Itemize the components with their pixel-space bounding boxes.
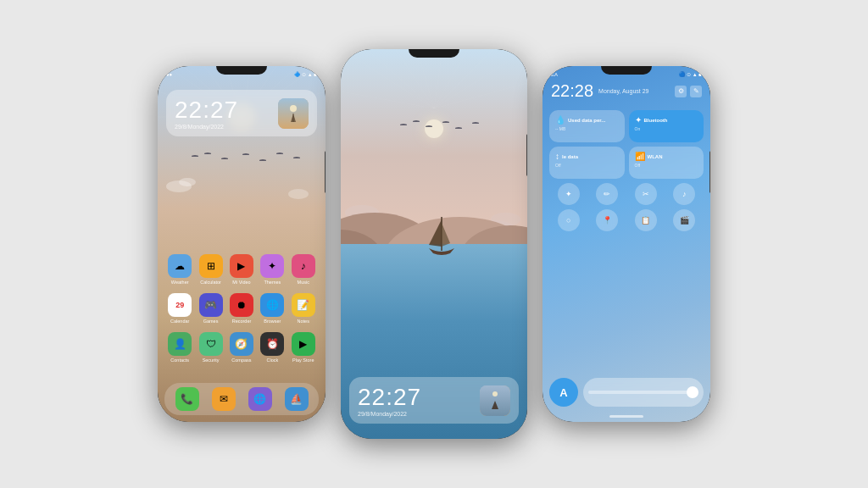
- phone-1-time: 22:27: [175, 97, 238, 124]
- status-right: 🔷 ⊙ ▲ ■: [294, 71, 317, 77]
- phone-3-screen: EA 🔵 ⊙ ▲ ■ 22:28 Monday, August 29 ⚙ ✎: [542, 66, 710, 422]
- cc-status-left: EA: [551, 72, 558, 77]
- app-mi-video[interactable]: ▶ Mi Video: [230, 254, 253, 285]
- app-clock[interactable]: ⏰ Clock: [260, 332, 284, 363]
- app-browser-icon: 🌐: [260, 293, 284, 317]
- brightness-thumb: [687, 386, 698, 398]
- cc-time-row: 22:28 Monday, August 29 ⚙ ✎: [551, 81, 702, 101]
- phone-2-date: 29/8/Monday/2022: [358, 411, 421, 417]
- phone-2-thumbnail: [480, 385, 510, 416]
- app-notes-icon: 📝: [292, 293, 315, 317]
- dock-browser[interactable]: 🌐: [248, 387, 272, 411]
- app-calendar-label: Calendar: [170, 319, 189, 324]
- app-music-label: Music: [298, 280, 309, 285]
- phone-1-screen: ●● 🔷 ⊙ ▲ ■ 22:27 29/8/Monday/2022: [158, 66, 326, 422]
- app-contacts[interactable]: 👤 Contacts: [168, 332, 192, 363]
- app-calculator[interactable]: ⊞ Calculator: [199, 254, 223, 285]
- app-games[interactable]: 🎮 Games: [199, 293, 223, 324]
- phone-1-thumbnail: [278, 98, 309, 129]
- app-compass[interactable]: 🧭 Compass: [230, 332, 253, 363]
- phone-1-status-bar: ●● 🔷 ⊙ ▲ ■: [166, 71, 317, 77]
- phone-3: EA 🔵 ⊙ ▲ ■ 22:28 Monday, August 29 ⚙ ✎: [542, 66, 710, 422]
- cc-icon-row-2: ○ 📍 📋 🎬: [549, 209, 704, 231]
- cc-btn-flashlight[interactable]: ✦: [558, 183, 580, 205]
- phone-2-background: 22:27 29/8/Monday/2022: [341, 49, 527, 439]
- cc-btn-pencil[interactable]: ✏: [596, 183, 618, 205]
- svg-line-23: [434, 49, 468, 108]
- cc-data-label: Used data per...: [568, 118, 605, 123]
- phone-1-widget[interactable]: 22:27 29/8/Monday/2022: [166, 90, 317, 136]
- cc-brightness-slider[interactable]: [583, 378, 704, 407]
- cc-tile-bluetooth[interactable]: ✦ Bluetooth On: [629, 110, 704, 142]
- cc-wlan-sub: Off: [635, 163, 698, 168]
- cc-bottom-controls: A: [549, 378, 704, 407]
- phone-2: 22:27 29/8/Monday/2022: [341, 49, 527, 439]
- cc-btn-music[interactable]: ♪: [673, 183, 695, 205]
- cc-wlan-label: WLAN: [648, 154, 663, 159]
- cc-tile-mobile-data[interactable]: ↕ le data Off: [549, 147, 625, 179]
- svg-marker-33: [429, 219, 442, 247]
- app-recorder[interactable]: ⏺ Recorder: [230, 293, 253, 324]
- cc-row-1: 💧 Used data per... -- MB ✦ Bluetooth On: [549, 110, 704, 142]
- cc-btn-copy[interactable]: 📋: [635, 209, 657, 231]
- app-contacts-icon: 👤: [168, 332, 192, 356]
- cc-mobile-label: le data: [562, 154, 578, 159]
- settings-icon[interactable]: ⚙: [675, 86, 687, 97]
- app-notes[interactable]: 📝 Notes: [292, 293, 315, 324]
- svg-line-25: [434, 49, 527, 108]
- app-calculator-label: Calculator: [200, 280, 221, 285]
- app-row-1: ☁ Weather ⊞ Calculator ▶ Mi Video ✦ Them…: [164, 254, 319, 285]
- cc-btn-scissors[interactable]: ✂: [635, 183, 657, 205]
- app-play-store[interactable]: ▶ Play Store: [292, 332, 315, 363]
- dock-messages[interactable]: ✉: [212, 387, 236, 411]
- phone-3-background: EA 🔵 ⊙ ▲ ■ 22:28 Monday, August 29 ⚙ ✎: [542, 66, 710, 422]
- data-icon: 💧: [555, 115, 565, 125]
- phone-1-background: ●● 🔷 ⊙ ▲ ■ 22:27 29/8/Monday/2022: [158, 66, 326, 422]
- wlan-icon: 📶: [635, 152, 645, 161]
- app-browser[interactable]: 🌐 Browser: [260, 293, 284, 324]
- phone-1-date: 29/8/Monday/2022: [175, 124, 238, 130]
- dock-messages-icon: ✉: [212, 387, 236, 411]
- cc-bluetooth-label: Bluetooth: [644, 118, 668, 123]
- cloud-2: [179, 178, 196, 186]
- app-calendar[interactable]: 29 Calendar: [168, 293, 192, 324]
- cc-btn-circle[interactable]: ○: [558, 209, 580, 231]
- app-play-store-label: Play Store: [292, 358, 314, 363]
- bluetooth-icon: ✦: [635, 115, 642, 125]
- cc-time: 22:28: [551, 81, 593, 101]
- cc-row-2: ↕ le data Off 📶 WLAN Off: [549, 147, 704, 179]
- app-browser-label: Browser: [264, 319, 281, 324]
- cc-data-sub: -- MB: [555, 126, 619, 131]
- cc-a-button[interactable]: A: [549, 378, 578, 407]
- svg-line-24: [434, 49, 493, 108]
- app-music[interactable]: ♪ Music: [292, 254, 315, 285]
- edit-icon[interactable]: ✎: [690, 86, 702, 97]
- cc-tile-data[interactable]: 💧 Used data per... -- MB: [549, 110, 625, 142]
- app-recorder-label: Recorder: [232, 319, 252, 324]
- cc-tile-wlan[interactable]: 📶 WLAN Off: [629, 147, 704, 179]
- sailboat: [425, 213, 459, 259]
- home-indicator: [609, 415, 643, 418]
- cc-date: Monday, August 29: [598, 88, 648, 94]
- cc-btn-location[interactable]: 📍: [596, 209, 618, 231]
- dock-maps-icon: ⛵: [285, 387, 309, 411]
- app-games-label: Games: [203, 319, 219, 324]
- brightness-track: [588, 391, 698, 394]
- cc-bluetooth-sub: On: [635, 126, 698, 131]
- app-weather[interactable]: ☁ Weather: [168, 254, 192, 285]
- dock-phone[interactable]: 📞: [175, 387, 199, 411]
- cc-btn-video[interactable]: 🎬: [673, 209, 695, 231]
- app-calculator-icon: ⊞: [199, 254, 223, 278]
- app-row-2: 29 Calendar 🎮 Games ⏺ Recorder 🌐 Browser: [164, 293, 319, 324]
- app-themes[interactable]: ✦ Themes: [260, 254, 284, 285]
- dock-maps[interactable]: ⛵: [285, 387, 309, 411]
- app-compass-label: Compass: [231, 358, 251, 363]
- dock-browser-icon: 🌐: [248, 387, 272, 411]
- cloud-3: [288, 189, 309, 199]
- birds-row-1: [175, 151, 309, 176]
- phone-2-time: 22:27: [358, 384, 421, 411]
- birds-wallpaper: [349, 117, 519, 142]
- app-security[interactable]: 🛡 Security: [199, 332, 223, 363]
- app-music-icon: ♪: [292, 254, 315, 278]
- phone-2-widget[interactable]: 22:27 29/8/Monday/2022: [349, 377, 519, 424]
